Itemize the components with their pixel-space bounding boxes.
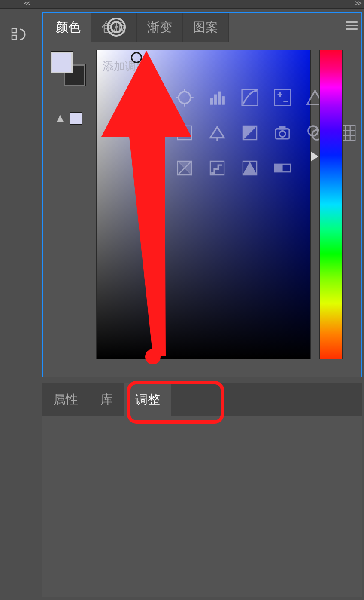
swatch-column: ▲ bbox=[49, 50, 88, 359]
hue-column bbox=[319, 50, 343, 359]
tab-pattern[interactable]: 图案 bbox=[183, 13, 229, 42]
curves-icon[interactable] bbox=[239, 87, 261, 108]
color-balance-icon[interactable] bbox=[206, 122, 228, 144]
tab-gradient[interactable]: 渐变 bbox=[137, 13, 183, 42]
svg-rect-10 bbox=[222, 97, 225, 104]
annotation-circle bbox=[106, 16, 127, 38]
tab-libraries[interactable]: 库 bbox=[89, 383, 124, 416]
threshold-icon[interactable] bbox=[239, 157, 261, 179]
warning-icon: ▲ bbox=[54, 112, 66, 124]
tab-properties[interactable]: 属性 bbox=[42, 383, 89, 416]
black-white-icon[interactable] bbox=[239, 122, 261, 144]
svg-rect-18 bbox=[178, 126, 185, 133]
closest-color-swatch[interactable] bbox=[70, 112, 82, 125]
left-tool-rail bbox=[0, 9, 38, 52]
adjustments-panel: 属性 库 调整 bbox=[42, 383, 362, 597]
gamut-warning[interactable]: ▲ bbox=[54, 112, 82, 125]
tab-adjustments[interactable]: 调整 bbox=[124, 383, 171, 416]
color-picker-cursor[interactable] bbox=[131, 52, 142, 63]
foreground-color-swatch[interactable] bbox=[51, 52, 73, 73]
color-panel-body: ▲ 添加调整 bbox=[43, 42, 361, 365]
tab-color[interactable]: 颜色 bbox=[46, 13, 91, 42]
svg-rect-24 bbox=[279, 126, 285, 129]
hue-slider-thumb[interactable] bbox=[311, 151, 318, 162]
gradient-map-icon[interactable] bbox=[272, 157, 293, 179]
hue-slider[interactable] bbox=[319, 50, 343, 359]
photo-filter-icon[interactable] bbox=[272, 122, 293, 144]
svg-point-41 bbox=[111, 22, 121, 32]
svg-rect-1 bbox=[12, 35, 16, 40]
svg-marker-19 bbox=[210, 127, 224, 138]
collapse-right-icon[interactable]: >> bbox=[355, 0, 361, 7]
brightness-contrast-icon[interactable] bbox=[174, 87, 195, 108]
svg-rect-37 bbox=[275, 164, 282, 172]
svg-rect-0 bbox=[12, 28, 16, 33]
svg-rect-9 bbox=[218, 92, 221, 104]
color-panel-tabs: 颜色 色板 渐变 图案 bbox=[43, 13, 361, 42]
fg-bg-swatch[interactable] bbox=[51, 52, 85, 86]
svg-point-2 bbox=[179, 92, 191, 104]
panel-menu-icon[interactable] bbox=[346, 21, 358, 32]
lower-panel-tabs: 属性 库 调整 bbox=[42, 383, 362, 416]
svg-rect-7 bbox=[210, 98, 213, 104]
saturation-value-field[interactable]: 添加调整 bbox=[96, 50, 311, 359]
svg-rect-8 bbox=[214, 95, 217, 104]
invert-icon[interactable] bbox=[174, 157, 195, 179]
svg-rect-12 bbox=[275, 90, 291, 106]
posterize-icon[interactable] bbox=[206, 157, 228, 179]
color-panel: 颜色 色板 渐变 图案 ▲ 添加调整 bbox=[42, 12, 362, 377]
top-collapse-bar: << >> bbox=[0, 0, 364, 9]
hue-saturation-icon[interactable] bbox=[174, 122, 195, 144]
svg-point-23 bbox=[279, 131, 285, 137]
svg-marker-35 bbox=[243, 162, 257, 175]
levels-icon[interactable] bbox=[206, 87, 228, 108]
collapse-left-icon[interactable]: << bbox=[24, 0, 29, 7]
panels-icon[interactable] bbox=[10, 26, 27, 45]
exposure-icon[interactable] bbox=[272, 87, 293, 108]
